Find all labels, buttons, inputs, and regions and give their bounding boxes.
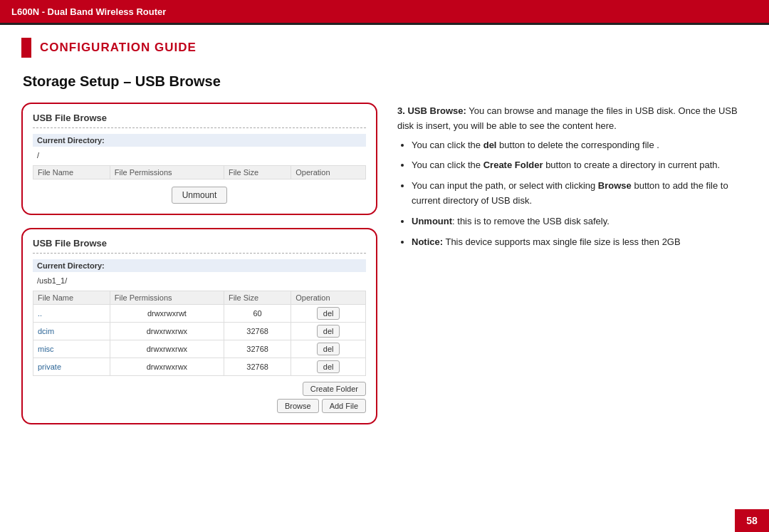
usb-box-2-table: File Name File Permissions File Size Ope…: [33, 291, 366, 376]
file-name-cell: dcim: [33, 323, 110, 340]
bottom-buttons: Create Folder Browse Add File: [33, 382, 366, 413]
usb-browse-box-1: USB File Browse Current Directory: / Fil…: [21, 103, 377, 215]
main-content: CONFIGURATION GUIDE Storage Setup – USB …: [0, 25, 769, 450]
bullet-browse: You can input the path, or select with c…: [412, 179, 748, 209]
browse-button[interactable]: Browse: [277, 399, 319, 413]
file-name-cell: private: [33, 358, 110, 376]
operation-cell: del: [291, 323, 366, 340]
usb-box-2-current-dir-label: Current Directory:: [33, 259, 366, 272]
unmount-button-1[interactable]: Unmount: [172, 187, 228, 204]
browse-add-row: Browse Add File: [277, 399, 366, 413]
del-button[interactable]: del: [317, 360, 340, 373]
page-title: Storage Setup – USB Browse: [23, 73, 748, 90]
config-guide-red-bar: [21, 38, 31, 58]
step3-bold: USB Browse:: [407, 105, 466, 116]
two-col-layout: USB File Browse Current Directory: / Fil…: [21, 103, 748, 437]
col2-header-filename: File Name: [33, 291, 110, 305]
bullet-create-folder: You can click the Create Folder button t…: [412, 158, 748, 173]
operation-cell: del: [291, 358, 366, 376]
file-size-cell: 32768: [224, 358, 291, 376]
col2-header-size: File Size: [224, 291, 291, 305]
col-header-permissions: File Permissions: [110, 166, 224, 179]
step3-paragraph: 3. USB Browse: You can browse and manage…: [397, 104, 748, 134]
usb-box-1-table: File Name File Permissions File Size Ope…: [33, 165, 366, 179]
add-file-button[interactable]: Add File: [322, 399, 366, 413]
usb-box-2-title: USB File Browse: [33, 238, 366, 254]
col-header-size: File Size: [224, 166, 291, 179]
table-row: privatedrwxrwxrwx32768del: [33, 358, 366, 376]
header-title: L600N - Dual Band Wireless Router: [11, 6, 166, 17]
config-guide-header: CONFIGURATION GUIDE: [21, 38, 748, 58]
col2-header-permissions: File Permissions: [110, 291, 224, 305]
operation-cell: del: [291, 305, 366, 323]
usb-box-1-current-dir-value: /: [33, 150, 366, 161]
usb-box-1-current-dir-label: Current Directory:: [33, 134, 366, 147]
table-row: ..drwxrwxrwt60del: [33, 305, 366, 323]
create-folder-button[interactable]: Create Folder: [303, 382, 366, 396]
file-size-cell: 32768: [224, 340, 291, 358]
col-header-operation: Operation: [291, 166, 366, 179]
page-number: 58: [735, 509, 769, 532]
file-permissions-cell: drwxrwxrwx: [110, 340, 224, 358]
del-button[interactable]: del: [317, 307, 340, 320]
table-row: miscdrwxrwxrwx32768del: [33, 340, 366, 358]
usb-browse-box-2: USB File Browse Current Directory: /usb1…: [21, 228, 377, 424]
file-permissions-cell: drwxrwxrwt: [110, 305, 224, 323]
del-button[interactable]: del: [317, 343, 340, 355]
right-column: 3. USB Browse: You can browse and manage…: [397, 103, 748, 437]
top-header: L600N - Dual Band Wireless Router: [0, 0, 769, 23]
file-name-cell: ..: [33, 305, 110, 323]
step3-number: 3.: [397, 105, 407, 116]
file-name-cell: misc: [33, 340, 110, 358]
col2-header-operation: Operation: [291, 291, 366, 305]
bullet-unmount: Unmount: this is to remove the USB disk …: [412, 214, 748, 229]
file-permissions-cell: drwxrwxrwx: [110, 323, 224, 340]
file-permissions-cell: drwxrwxrwx: [110, 358, 224, 376]
usb-box-2-current-dir-value: /usb1_1/: [33, 275, 366, 286]
bullet-notice: Notice: This device supports max single …: [412, 235, 748, 250]
table-row: dcimdrwxrwxrwx32768del: [33, 323, 366, 340]
usb-box-1-title: USB File Browse: [33, 113, 366, 128]
del-button[interactable]: del: [317, 325, 340, 338]
left-column: USB File Browse Current Directory: / Fil…: [21, 103, 377, 437]
bullet-del: You can click the del button to delete t…: [412, 138, 748, 153]
file-size-cell: 60: [224, 305, 291, 323]
operation-cell: del: [291, 340, 366, 358]
file-size-cell: 32768: [224, 323, 291, 340]
bullet-list: You can click the del button to delete t…: [397, 138, 748, 250]
col-header-filename: File Name: [33, 166, 110, 179]
config-guide-title: CONFIGURATION GUIDE: [40, 41, 197, 55]
